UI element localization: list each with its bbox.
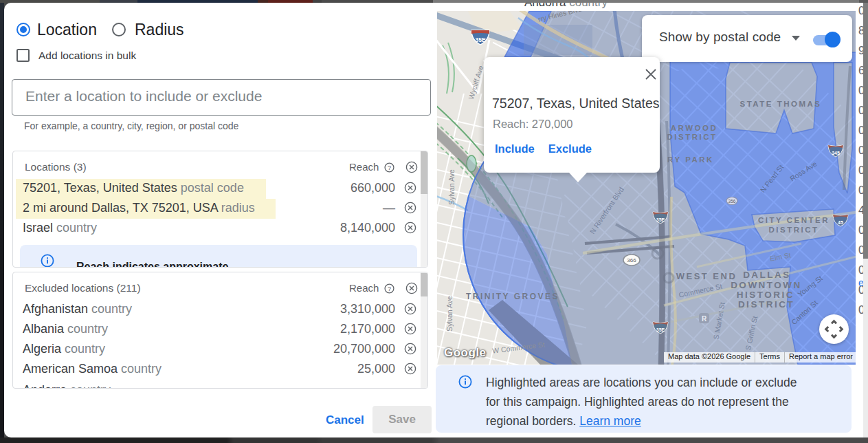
svg-text:HISTORIC: HISTORIC [737, 290, 794, 300]
svg-text:?: ? [388, 285, 391, 292]
svg-text:WEST END: WEST END [676, 271, 737, 281]
svg-text:DISTRICT: DISTRICT [768, 226, 819, 234]
svg-text:R: R [702, 315, 707, 323]
svg-text:ARWOOD: ARWOOD [671, 124, 717, 132]
svg-text:35E: 35E [656, 217, 665, 222]
svg-text:RY PARK: RY PARK [667, 155, 714, 164]
svg-text:Sylvan Ave: Sylvan Ave [445, 296, 454, 332]
svg-text:45: 45 [838, 220, 843, 225]
svg-text:?: ? [388, 164, 391, 171]
svg-text:DOWNTOWN: DOWNTOWN [731, 280, 802, 290]
svg-text:345: 345 [832, 151, 840, 155]
svg-text:356: 356 [728, 199, 736, 204]
svg-text:DISTRICT: DISTRICT [667, 133, 717, 141]
svg-text:STATE THOMAS: STATE THOMAS [739, 100, 821, 108]
svg-text:366: 366 [627, 257, 636, 263]
svg-text:DALLAS: DALLAS [743, 270, 791, 280]
svg-text:Sylvan Ave: Sylvan Ave [447, 169, 456, 205]
svg-text:DISTRICT: DISTRICT [738, 299, 794, 310]
svg-text:35E: 35E [656, 327, 665, 332]
svg-text:TRINITY GROVES: TRINITY GROVES [466, 292, 559, 301]
svg-text:35E: 35E [475, 36, 485, 43]
svg-text:CITY CENTER: CITY CENTER [758, 216, 830, 224]
